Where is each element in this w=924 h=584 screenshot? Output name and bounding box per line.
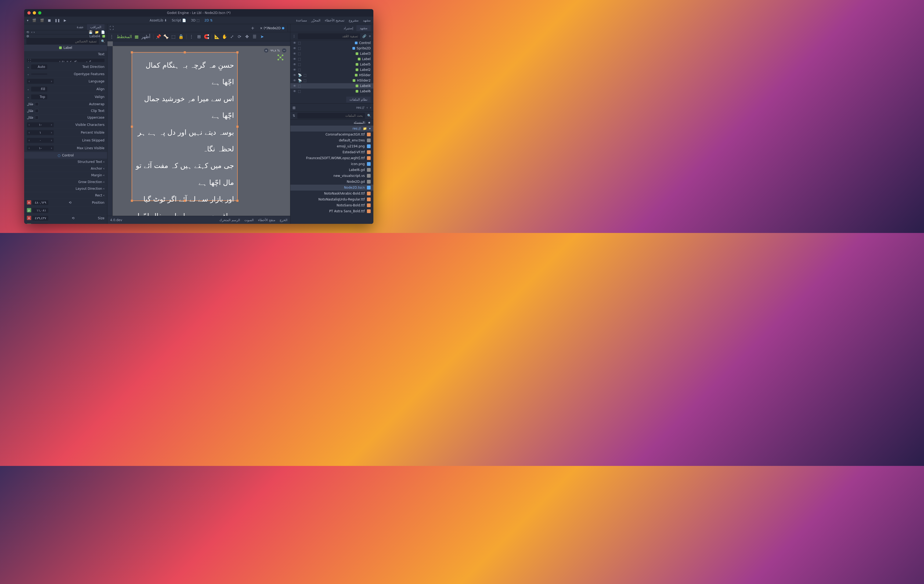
close-tab-icon[interactable]: × — [260, 26, 262, 30]
canvas[interactable]: + ٩٩,٨ % − — [113, 46, 290, 216]
pause-icon[interactable]: ❚❚ — [54, 18, 60, 22]
play-custom-icon[interactable]: 🎬 — [40, 18, 44, 22]
save-icon[interactable]: 💾 — [89, 30, 92, 34]
file-item[interactable]: new_visualscript.vs — [290, 173, 373, 179]
section-control[interactable]: ○ Control — [24, 152, 107, 159]
zoom-in-icon[interactable]: + — [264, 48, 268, 53]
file-item[interactable]: Estedad-VF.ttf — [290, 149, 373, 155]
resize-handle[interactable] — [131, 200, 133, 202]
bottom-tab-debugger[interactable]: منقح الأخطاء — [258, 218, 275, 222]
resize-handle[interactable] — [236, 51, 239, 53]
resize-handle[interactable] — [184, 200, 186, 202]
visibility-icon[interactable]: 👁 — [293, 41, 296, 45]
scale-icon[interactable]: ⤢ — [229, 35, 234, 39]
resource-icon[interactable]: 📄 — [101, 30, 105, 34]
visibility-icon[interactable]: 👁 — [293, 46, 296, 50]
tree-node-label[interactable]: 👁⬚Label — [290, 56, 373, 62]
tab-node[interactable]: عقدة — [74, 24, 87, 30]
expand-icon[interactable]: ⛶ — [28, 59, 31, 62]
prop-layout-direction[interactable]: Layout Direction ‹ — [24, 186, 107, 192]
tree-node-label6[interactable]: 👁⬚Label6 — [290, 89, 373, 94]
pan-icon[interactable]: ✋ — [222, 35, 227, 39]
dots-icon[interactable]: ⋮ — [292, 35, 296, 38]
tab-inspector[interactable]: المراقب — [87, 24, 104, 30]
tab-import[interactable]: إستيراد — [340, 25, 356, 31]
sort-icon[interactable]: ⇅ — [292, 114, 295, 118]
split-icon[interactable]: ▤ — [292, 106, 295, 110]
viewport[interactable]: + ٩٩,٨ % − — [107, 41, 290, 216]
tree-node-label5[interactable]: 👁⬚Label5 — [290, 62, 373, 67]
tab-scene[interactable]: مشهد — [356, 25, 371, 31]
tree-node-hslider2[interactable]: 👁📡⬚HSlider2 — [290, 78, 373, 83]
add-scene-icon[interactable]: + — [251, 25, 254, 31]
prop-grow-direction[interactable]: Grow Direction ‹ — [24, 179, 107, 186]
open-icon[interactable]: 📁 — [95, 30, 99, 34]
filter-nodes-input[interactable] — [298, 33, 360, 39]
checkbox[interactable] — [35, 116, 39, 119]
checkbox[interactable] — [35, 102, 39, 106]
menu-help[interactable]: مساعدة — [296, 18, 307, 22]
chevron-down-icon[interactable]: ⌄ — [27, 95, 30, 99]
zoom-level[interactable]: ٩٩,٨ % — [271, 49, 280, 52]
file-item[interactable]: Fraunces[SOFT,WONK,opsz,wght].ttf — [290, 155, 373, 161]
bottom-tab-animation[interactable]: الرسم المتحرك — [219, 218, 240, 222]
visibility-icon[interactable]: 👁 — [293, 52, 296, 56]
visibility-icon[interactable]: 👁 — [293, 84, 296, 88]
add-node-icon[interactable]: + — [368, 35, 371, 38]
bottom-tab-audio[interactable]: الصوت — [244, 218, 254, 222]
tab-filesystem[interactable]: نظام الملفات — [346, 97, 371, 102]
workspace-3d[interactable]: 3D ⬚ — [191, 18, 200, 22]
visibility-icon[interactable]: 👁 — [293, 79, 296, 82]
show-button[interactable]: أظهر — [141, 34, 150, 39]
tool-group-icon[interactable]: ⬚ — [171, 35, 176, 39]
snap-icon[interactable]: 🧲 — [204, 35, 209, 39]
prop-structured-text[interactable]: Structured Text ‹ — [24, 159, 107, 165]
filter-properties-input[interactable] — [26, 38, 99, 44]
resize-handle[interactable] — [236, 126, 239, 128]
file-item[interactable]: icon.png — [290, 161, 373, 167]
section-label[interactable]: Label — [24, 44, 107, 51]
play-scene-icon[interactable]: 🎬 — [32, 18, 36, 22]
scene-tab[interactable]: × (*)Node2D — [256, 25, 288, 32]
history-back-icon[interactable]: ⟲ — [26, 30, 29, 34]
select-list-icon[interactable]: ☰ — [252, 35, 257, 39]
file-item[interactable]: PT Astra Sans_Bold.ttf — [290, 208, 373, 214]
file-item[interactable]: NotoSans-Bold.ttf — [290, 202, 373, 208]
file-item[interactable]: CoronaFaceImpactGX.ttf — [290, 132, 373, 137]
search-files-input[interactable] — [297, 113, 365, 118]
rotate-icon[interactable]: ⟳ — [237, 35, 242, 39]
expand-icon[interactable]: ⛶ — [110, 25, 114, 31]
menu-editor[interactable]: المحرِّر — [311, 18, 320, 22]
distraction-free-icon[interactable]: ▾ — [27, 18, 28, 22]
history-nav[interactable]: ‹ › — [31, 30, 35, 34]
visibility-icon[interactable]: 👁 — [293, 89, 296, 93]
prop-rect[interactable]: Rect ‹ — [24, 192, 107, 199]
checkbox[interactable] — [35, 109, 39, 113]
prop-margin[interactable]: Margin ‹ — [24, 172, 107, 179]
file-item[interactable]: default_env.tres — [290, 137, 373, 143]
file-item[interactable]: emoji_u2194.png — [290, 143, 373, 149]
chevron-down-icon[interactable]: ⌄ — [27, 72, 30, 76]
file-item[interactable]: Node2D.gd — [290, 179, 373, 185]
resize-handle[interactable] — [236, 200, 239, 202]
stop-icon[interactable]: ■ — [48, 18, 51, 22]
snap-grid-icon[interactable]: ⊞ — [196, 35, 201, 39]
file-item[interactable]: NotoNaskhArabic-Bold.ttf — [290, 191, 373, 196]
resize-handle[interactable] — [131, 51, 133, 53]
selected-label-node[interactable]: حسنِ مہ گرچہ بہ ہنگام کمال اچّھا ہےاس سے… — [132, 52, 238, 201]
fs-path[interactable]: res:// — [298, 106, 364, 110]
menu-scene[interactable]: مشهد — [363, 18, 371, 22]
workspace-2d[interactable]: 2D ⇅ — [205, 18, 213, 22]
visibility-icon[interactable]: 👁 — [293, 63, 296, 66]
play-icon[interactable]: ▶ — [64, 18, 66, 22]
workspace-assetlib[interactable]: AssetLib ⬇ — [150, 18, 167, 22]
tree-node-sprite2d[interactable]: 👁⬚Sprite2D — [290, 46, 373, 51]
tree-node-control[interactable]: 👁⬚Control — [290, 40, 373, 46]
file-item[interactable]: Label6.gd — [290, 167, 373, 173]
tree-node-label3[interactable]: 👁⬚Label3 — [290, 51, 373, 56]
settings-icon[interactable]: ⚙ — [26, 35, 29, 38]
tool-bone-icon[interactable]: 🦴 — [163, 35, 168, 39]
menu-project[interactable]: مشروع — [349, 18, 358, 22]
layout-button[interactable]: المخطط — [117, 34, 132, 39]
transform-gizmo-icon[interactable] — [277, 54, 284, 61]
